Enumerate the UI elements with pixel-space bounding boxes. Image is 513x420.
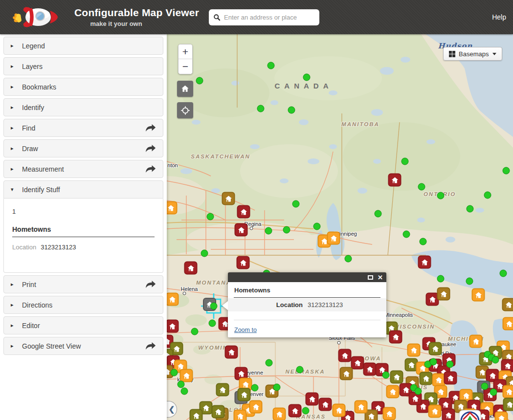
hometown-dot-marker[interactable] [420,238,427,245]
hometown-dot-marker[interactable] [178,381,185,388]
house-marker[interactable] [432,374,446,387]
share-icon[interactable] [145,280,156,288]
house-marker[interactable] [238,388,251,401]
house-marker[interactable] [389,331,402,344]
hometown-dot-marker[interactable] [292,200,300,208]
house-marker[interactable] [388,174,401,187]
house-marker[interactable] [237,256,250,269]
zoom-out-button[interactable]: − [178,59,192,74]
house-marker[interactable] [407,344,421,357]
house-marker[interactable] [355,400,368,414]
hometown-dot-marker[interactable] [302,407,310,415]
hometown-dot-marker[interactable] [375,210,382,218]
hometown-dot-marker[interactable] [196,77,203,85]
house-marker[interactable] [442,409,455,420]
sidebar-item-print[interactable]: ▸Print [3,275,163,293]
hometown-dot-marker[interactable] [313,223,321,230]
house-marker[interactable] [502,298,513,311]
house-marker[interactable] [190,409,203,420]
hometown-dot-marker[interactable] [296,366,304,374]
house-marker[interactable] [390,371,403,384]
house-marker[interactable] [167,293,179,306]
hometown-dot-marker[interactable] [437,192,445,199]
geocoder-search[interactable] [209,9,319,25]
help-link[interactable]: Help [492,13,506,21]
hometown-dot-marker[interactable] [437,275,445,283]
sidebar-item-measurement[interactable]: ▸Measurement [3,160,163,178]
house-marker[interactable] [386,385,400,398]
zoom-to-link[interactable]: Zoom to [234,327,257,333]
house-marker[interactable] [237,205,250,219]
house-marker[interactable] [495,412,508,420]
share-icon[interactable] [145,165,156,173]
map-canvas[interactable]: HudsonCANADASASKATCHEWANMANITOBAONTARIOM… [167,34,513,420]
house-marker[interactable] [289,404,302,418]
hometown-dot-marker[interactable] [500,270,507,277]
house-marker[interactable] [333,404,346,417]
house-marker[interactable] [327,232,340,245]
hometown-dot-marker[interactable] [191,328,199,335]
search-input[interactable] [224,14,315,21]
hometown-dot-marker[interactable] [403,231,410,238]
house-marker[interactable] [319,398,332,411]
house-marker[interactable] [363,363,377,376]
basemaps-dropdown[interactable]: Basemaps [443,47,502,61]
house-marker[interactable] [340,367,353,380]
hometown-dot-marker[interactable] [481,383,489,390]
house-marker[interactable] [472,288,485,302]
hometown-dot-marker[interactable] [283,226,290,234]
hometown-dot-marker[interactable] [257,105,265,112]
hometown-dot-marker[interactable] [201,250,208,257]
house-marker[interactable] [216,383,229,397]
zoom-in-button[interactable]: + [178,44,192,59]
sidebar-item-directions[interactable]: ▸Directions [3,296,163,314]
house-marker[interactable] [444,372,457,385]
home-extent-button[interactable] [177,81,193,97]
hometown-dot-marker[interactable] [181,388,188,395]
maximize-icon[interactable] [368,275,373,280]
house-marker[interactable] [420,372,433,385]
house-marker[interactable] [306,393,319,406]
hometown-dot-marker[interactable] [492,356,499,364]
hometown-dot-marker[interactable] [268,62,275,69]
house-marker[interactable] [235,223,248,237]
hometown-dot-marker[interactable] [418,183,425,191]
share-icon[interactable] [145,342,156,350]
house-marker[interactable] [383,407,396,420]
hometown-dot-marker[interactable] [382,372,390,379]
selected-hometown-dot[interactable] [210,303,218,310]
house-marker[interactable] [351,356,364,370]
hometown-dot-marker[interactable] [207,213,214,221]
hometown-dot-marker[interactable] [303,74,311,81]
hometown-dot-marker[interactable] [446,361,454,368]
house-marker[interactable] [273,408,286,420]
hometown-dot-marker[interactable] [171,369,178,376]
house-marker[interactable] [184,262,198,275]
hometown-dot-marker[interactable] [265,227,272,235]
hometown-dot-marker[interactable] [401,158,409,165]
hometown-dot-marker[interactable] [273,384,281,391]
share-icon[interactable] [145,124,156,132]
house-marker[interactable] [437,287,450,301]
close-icon[interactable]: ✕ [378,274,383,281]
house-marker[interactable] [222,192,235,205]
sidebar-item-editor[interactable]: ▸Editor [3,316,163,334]
house-marker[interactable] [234,410,247,420]
share-icon[interactable] [145,144,156,153]
sidebar-item-identify[interactable]: ▸Identify [3,98,163,116]
sidebar-item-identify-stuff[interactable]: ▾Identify Stuff [3,180,163,199]
sidebar-item-google-street-view[interactable]: ▸Google Street View [3,337,163,355]
house-marker[interactable] [180,369,193,382]
sidebar-item-layers[interactable]: ▸Layers [3,57,163,75]
hometown-dot-marker[interactable] [503,167,510,175]
sidebar-item-find[interactable]: ▸Find [3,119,163,137]
house-marker[interactable] [418,256,431,269]
hometown-dot-marker[interactable] [490,389,497,396]
hometown-dot-marker[interactable] [251,384,259,392]
hometown-dot-marker[interactable] [266,359,273,367]
house-marker[interactable] [503,317,513,331]
sidebar-item-bookmarks[interactable]: ▸Bookmarks [3,78,163,96]
hometown-dot-marker[interactable] [466,278,473,285]
hometown-dot-marker[interactable] [415,388,422,395]
house-marker[interactable] [338,349,352,362]
